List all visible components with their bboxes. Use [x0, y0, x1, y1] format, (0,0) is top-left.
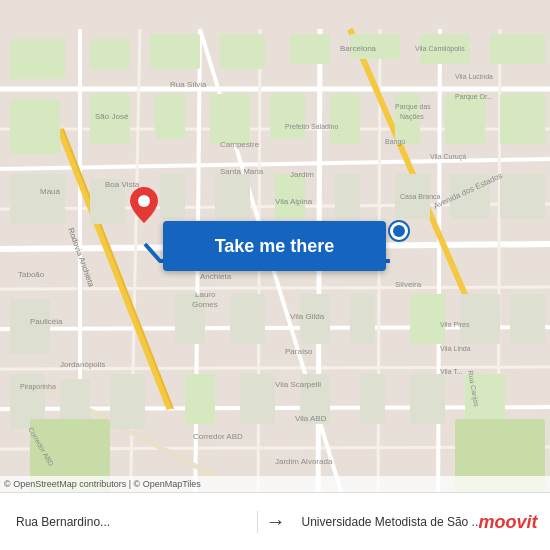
svg-rect-28	[290, 34, 330, 64]
svg-text:Piraporinha: Piraporinha	[20, 383, 56, 391]
svg-text:Vila Curuçá: Vila Curuçá	[430, 153, 466, 161]
app-container: Rua Sílvia Barcelona Vila Camilópolis Vi…	[0, 0, 550, 550]
svg-text:Prefeito Saladino: Prefeito Saladino	[285, 123, 338, 130]
svg-rect-61	[185, 374, 215, 424]
svg-rect-35	[210, 94, 250, 144]
svg-rect-49	[500, 174, 545, 219]
svg-rect-52	[230, 294, 265, 344]
svg-text:Vila Lucinda: Vila Lucinda	[455, 73, 493, 80]
moovit-logo-text: moovit	[478, 512, 537, 533]
svg-rect-26	[150, 34, 200, 69]
svg-rect-56	[460, 294, 500, 344]
svg-rect-37	[330, 94, 360, 144]
svg-text:Paulicéia: Paulicéia	[30, 317, 63, 326]
svg-text:Taboão: Taboão	[18, 270, 45, 279]
svg-rect-60	[110, 374, 145, 429]
origin-section: Rua Bernardino...	[8, 511, 258, 533]
svg-rect-34	[155, 94, 185, 139]
svg-text:Barcelona: Barcelona	[340, 44, 377, 53]
map-container: Rua Sílvia Barcelona Vila Camilópolis Vi…	[0, 0, 550, 550]
svg-text:Vila T...: Vila T...	[440, 368, 463, 375]
svg-text:Anchieta: Anchieta	[200, 272, 232, 281]
svg-text:Corredor ABD: Corredor ABD	[193, 432, 243, 441]
svg-rect-39	[445, 94, 485, 144]
svg-text:Parque das: Parque das	[395, 103, 431, 111]
destination-marker	[390, 222, 408, 240]
origin-label: Rua Bernardino...	[16, 515, 249, 529]
svg-text:Vila Scarpelli: Vila Scarpelli	[275, 380, 321, 389]
svg-text:Vila ABD: Vila ABD	[295, 414, 327, 423]
svg-rect-31	[490, 34, 545, 64]
svg-line-14	[258, 29, 260, 521]
svg-text:Rua Sílvia: Rua Sílvia	[170, 80, 207, 89]
svg-rect-46	[335, 174, 360, 219]
svg-line-17	[438, 29, 440, 521]
svg-text:São José: São José	[95, 112, 129, 121]
svg-rect-36	[270, 94, 305, 139]
svg-rect-62	[240, 374, 275, 424]
svg-text:Vila Pires: Vila Pires	[440, 321, 470, 328]
svg-rect-27	[220, 34, 265, 69]
svg-text:Mauá: Mauá	[40, 187, 61, 196]
svg-text:Lauro: Lauro	[195, 290, 216, 299]
bottom-bar: Rua Bernardino... → Universidade Metodis…	[0, 492, 550, 550]
svg-line-6	[0, 287, 550, 289]
svg-text:Vila Linda: Vila Linda	[440, 345, 471, 352]
direction-arrow: →	[258, 510, 294, 533]
map-svg: Rua Sílvia Barcelona Vila Camilópolis Vi…	[0, 0, 550, 550]
svg-rect-55	[410, 294, 445, 344]
moovit-logo: moovit	[474, 504, 542, 540]
svg-rect-43	[160, 174, 185, 219]
svg-rect-41	[10, 174, 65, 224]
svg-rect-64	[360, 374, 385, 424]
svg-text:Parque Or...: Parque Or...	[455, 93, 493, 101]
svg-rect-54	[350, 294, 375, 344]
svg-text:Santa Maria: Santa Maria	[220, 167, 264, 176]
svg-rect-40	[500, 94, 545, 144]
svg-text:Vila Gilda: Vila Gilda	[290, 312, 325, 321]
svg-text:Silveira: Silveira	[395, 280, 422, 289]
svg-text:Paraíso: Paraíso	[285, 347, 313, 356]
take-me-there-button[interactable]: Take me there	[163, 221, 386, 271]
svg-rect-25	[90, 39, 130, 69]
svg-text:Gomes: Gomes	[192, 300, 218, 309]
svg-text:Jardim: Jardim	[290, 170, 314, 179]
svg-text:Campestre: Campestre	[220, 140, 260, 149]
svg-text:Bangú: Bangú	[385, 138, 405, 146]
svg-point-108	[138, 195, 150, 207]
svg-rect-32	[10, 99, 60, 154]
svg-rect-65	[410, 374, 445, 424]
svg-rect-57	[510, 294, 545, 344]
svg-line-15	[318, 29, 320, 521]
svg-text:Nações: Nações	[400, 113, 424, 121]
svg-rect-44	[215, 174, 250, 219]
origin-marker	[130, 187, 158, 223]
svg-text:Vila Alpina: Vila Alpina	[275, 197, 313, 206]
svg-rect-24	[10, 39, 65, 79]
svg-text:Jordanópolis: Jordanópolis	[60, 360, 105, 369]
svg-text:Casa Branca: Casa Branca	[400, 193, 441, 200]
copyright-bar: © OpenStreetMap contributors | © OpenMap…	[0, 476, 550, 492]
svg-text:Jardim Alvorada: Jardim Alvorada	[275, 457, 333, 466]
copyright-text: © OpenStreetMap contributors | © OpenMap…	[4, 479, 201, 489]
svg-text:Vila Camilópolis: Vila Camilópolis	[415, 45, 465, 53]
svg-rect-50	[10, 299, 50, 354]
